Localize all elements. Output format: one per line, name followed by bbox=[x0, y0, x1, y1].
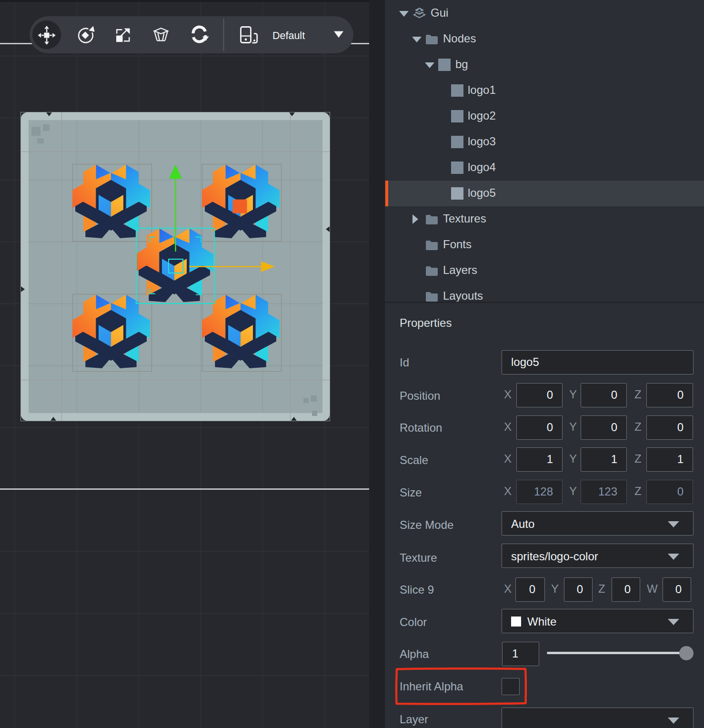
svg-text:Default: Default bbox=[272, 30, 305, 41]
